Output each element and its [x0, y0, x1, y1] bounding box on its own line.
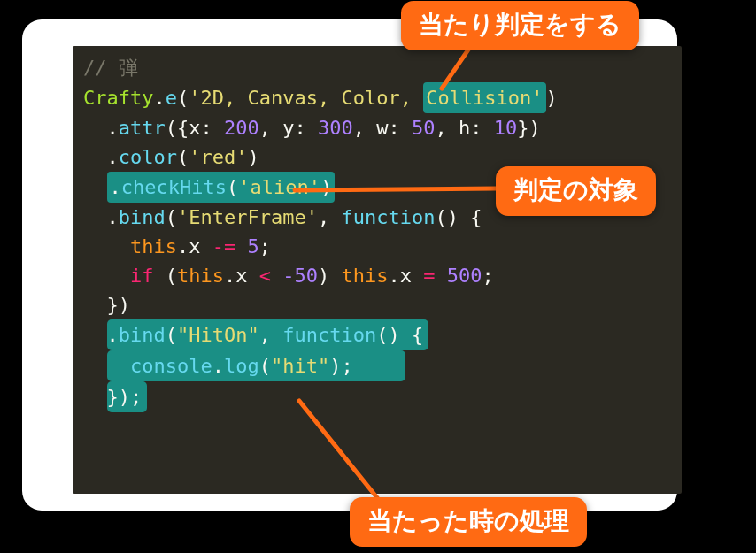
highlight-hiton-line3: }); [107, 381, 148, 412]
code-line-10: console.log("hit"); [83, 350, 671, 381]
highlight-hiton-line1: .bind("HitOn", function() { [107, 319, 429, 350]
highlight-collision: Collision' [423, 82, 545, 113]
code-line-11: }); [83, 381, 671, 412]
highlight-hiton-line2: console.log("hit"); [107, 350, 405, 381]
code-line-6: this.x -= 5; [83, 232, 671, 261]
code-line-9: .bind("HitOn", function() { [83, 319, 671, 350]
code-line-7: if (this.x < -50) this.x = 500; [83, 261, 671, 290]
code-line-1: Crafty.e('2D, Canvas, Color, Collision') [83, 82, 671, 113]
callout-target: 判定の対象 [496, 166, 656, 216]
code-line-8: }) [83, 290, 671, 319]
code-panel: // 弾 Crafty.e('2D, Canvas, Color, Collis… [73, 46, 682, 494]
code-comment: // 弾 [83, 57, 138, 79]
highlight-checkhits: .checkHits('alien') [107, 172, 336, 203]
callout-on-hit: 当たった時の処理 [350, 497, 587, 547]
code-line-2: .attr({x: 200, y: 300, w: 50, h: 10}) [83, 113, 671, 142]
callout-collision-check: 当たり判定をする [401, 1, 639, 50]
